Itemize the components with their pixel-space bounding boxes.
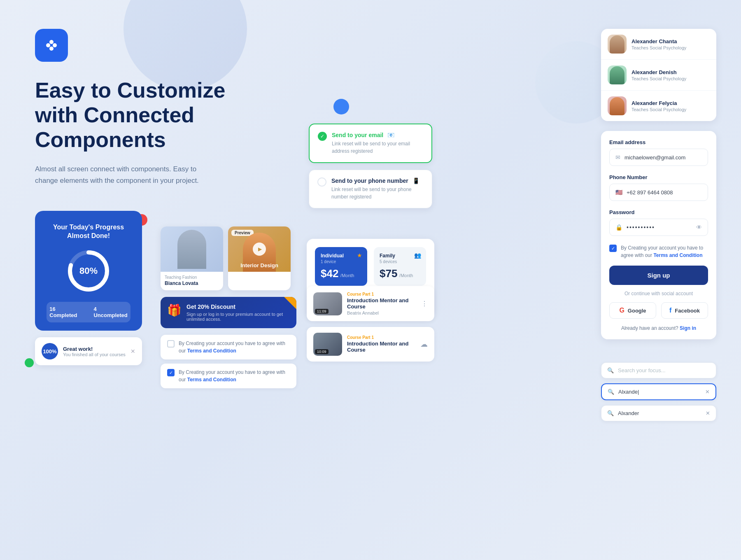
email-value: michaelowen@gmail.com [624, 154, 702, 161]
reset-email-body: Send to your email 📧 Link reset will be … [332, 132, 423, 155]
search-placeholder-field[interactable]: 🔍 Search your focus... [601, 362, 716, 378]
reset-email-option[interactable]: ✓ Send to your email 📧 Link reset will b… [309, 124, 432, 163]
individual-plan-price: $42 /Month [321, 267, 361, 280]
course-item-2[interactable]: 10:09 Course Part 1 Introduction Mentor … [307, 327, 434, 362]
checkbox-unchecked[interactable] [167, 340, 175, 348]
instructor-item-3[interactable]: Alexander Felycia Teaches Social Psychol… [601, 91, 716, 121]
google-icon: G [619, 307, 624, 314]
terms-link-unchecked[interactable]: Terms and Condition [187, 348, 236, 354]
instructor-info-3: Alexander Felycia Teaches Social Psychol… [631, 100, 710, 112]
terms-card-checked[interactable]: ✓ By Creating your account you have to a… [161, 364, 296, 388]
main-title: Easy to Customize with Connected Compone… [35, 78, 233, 152]
search-icon-1: 🔍 [607, 367, 614, 373]
fashion-card-label: Teaching Fashion [165, 275, 219, 280]
facebook-icon: f [669, 307, 671, 314]
course-item-1[interactable]: 11:09 Course Part 1 Introduction Mentor … [307, 286, 434, 321]
password-dots: •••••••••• [627, 224, 692, 231]
fashion-card-name: Bianca Lovata [165, 280, 219, 286]
search-result-clear[interactable]: ✕ [706, 410, 710, 416]
search-result-icon: 🔍 [607, 410, 614, 416]
subtitle: Almost all screen connect with component… [35, 163, 200, 186]
email-input-field[interactable]: ✉ michaelowen@gmail.com [609, 149, 708, 166]
progress-title: Your Today's Progress Almost Done! [47, 223, 130, 240]
discount-icon: 🎁 [167, 303, 182, 317]
progress-stats: 16 Completed 4 Uncompleted [47, 302, 130, 322]
individual-plan[interactable]: Individual 1 device $42 /Month ★ [315, 247, 367, 286]
play-button[interactable] [253, 243, 266, 256]
reset-password-section: ✓ Send to your email 📧 Link reset will b… [309, 124, 432, 215]
discount-card: 🎁 Get 20% Discount Sign up or log in to … [161, 297, 296, 328]
family-plan-price: $75 /Month [380, 267, 420, 280]
email-field-section: Email address ✉ michaelowen@gmail.com [609, 139, 708, 166]
cloud-icon: ☁ [420, 340, 428, 349]
phone-input-field[interactable]: 🇺🇸 +62 897 6464 0808 [609, 184, 708, 201]
individual-devices: 1 device [321, 259, 361, 264]
search-placeholder-text: Search your focus... [618, 367, 710, 373]
instructor-role-2: Teaches Social Psychology [631, 76, 710, 81]
radio-unchecked [317, 177, 326, 187]
eye-icon[interactable]: 👁 [696, 224, 702, 231]
sign-in-link[interactable]: Sign in [680, 325, 696, 331]
svg-point-0 [46, 43, 50, 47]
course-list-section: 11:09 Course Part 1 Introduction Mentor … [307, 286, 434, 367]
search-clear-button[interactable]: ✕ [705, 389, 710, 395]
social-buttons-row: G Google f Facebook [609, 302, 708, 319]
progress-percent: 80% [79, 266, 98, 276]
phone-value: +62 897 6464 0808 [627, 189, 702, 196]
lock-icon: 🔒 [615, 224, 622, 231]
discount-title: Get 20% Discount [186, 303, 290, 310]
instructor-item-1[interactable]: Alexander Chanta Teaches Social Psycholo… [601, 29, 716, 60]
search-section: 🔍 Search your focus... 🔍 Alxande| ✕ 🔍 Al… [601, 362, 716, 421]
fashion-course-card[interactable]: Teaching Fashion Bianca Lovata [161, 226, 223, 290]
terms-checkbox[interactable]: ✓ [609, 245, 617, 252]
instructor-avatar-3 [608, 96, 627, 115]
terms-link-form[interactable]: Terms and Condition [653, 252, 702, 258]
discount-subtitle: Sign up or log in to your premium accoun… [186, 312, 290, 322]
reset-phone-option[interactable]: Send to your phone number 📱 Link reset w… [309, 170, 432, 208]
course-duration-2: 10:09 [315, 349, 329, 354]
notif-title: Great work! [63, 346, 126, 352]
reset-phone-title: Send to your phone number 📱 [331, 177, 424, 184]
discount-body: Get 20% Discount Sign up or log in to yo… [186, 303, 290, 322]
instructor-role-1: Teaches Social Psychology [631, 45, 710, 50]
password-input-field[interactable]: 🔒 •••••••••• 👁 [609, 219, 708, 236]
email-label: Email address [609, 139, 708, 145]
instructor-info-2: Alexander Denish Teaches Social Psycholo… [631, 69, 710, 81]
course-author-1: Beatrix Annabel [347, 310, 416, 315]
uncompleted-stat: 4 Uncompleted [93, 306, 127, 318]
reset-email-title: Send to your email 📧 [332, 132, 423, 138]
password-field-section: Password 🔒 •••••••••• 👁 [609, 209, 708, 236]
flag-icon: 🇺🇸 [615, 189, 622, 196]
fashion-card-image [161, 226, 223, 272]
course-duration-1: 11:09 [315, 309, 329, 314]
checkbox-checked[interactable]: ✓ [167, 369, 175, 376]
notif-icon: 100% [42, 343, 58, 359]
facebook-button[interactable]: f Facebook [661, 302, 708, 319]
completed-stat: 16 Completed [49, 306, 77, 318]
family-plan[interactable]: Family 5 devices $75 /Month 👥 [374, 247, 426, 286]
design-card-image: Preview Interior Design [228, 226, 291, 272]
search-active-field[interactable]: 🔍 Alxande| ✕ [601, 383, 716, 400]
progress-card: Your Today's Progress Almost Done! 80% 1… [35, 211, 142, 331]
signup-button[interactable]: Sign up [609, 266, 708, 285]
design-card-name: Interior Design [228, 262, 291, 268]
pricing-plans-row: Individual 1 device $42 /Month ★ Family … [315, 247, 426, 286]
course-more-button-1[interactable]: ⋮ [421, 300, 428, 308]
course-info-1: Course Part 1 Introduction Mentor and Co… [347, 292, 416, 315]
instructor-info-1: Alexander Chanta Teaches Social Psycholo… [631, 38, 710, 50]
search-result-item[interactable]: 🔍 Alxander ✕ [601, 405, 716, 421]
svg-point-2 [49, 40, 54, 44]
terms-card-unchecked[interactable]: By Creating your account you have to agr… [161, 335, 296, 359]
instructor-avatar-1 [608, 35, 627, 54]
instructor-role-3: Teaches Social Psychology [631, 107, 710, 112]
notification-card: 100% Great work! You finished all of you… [35, 337, 142, 365]
notif-close-button[interactable]: ✕ [130, 348, 135, 355]
notif-percent: 100% [43, 348, 56, 355]
discount-ribbon [284, 297, 296, 309]
terms-link-checked[interactable]: Terms and Condition [187, 377, 236, 383]
password-label: Password [609, 209, 708, 215]
or-text: Or continue with social account [609, 291, 708, 296]
google-button[interactable]: G Google [609, 302, 656, 319]
design-course-card[interactable]: Preview Interior Design [228, 226, 291, 290]
instructor-item-2[interactable]: Alexander Denish Teaches Social Psycholo… [601, 60, 716, 91]
